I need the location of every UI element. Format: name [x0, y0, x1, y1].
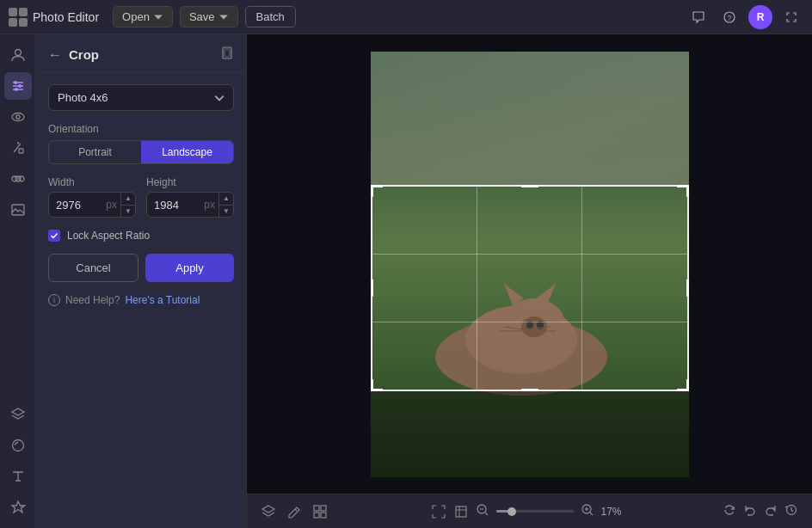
orientation-label: Orientation — [48, 123, 234, 135]
main-content: ← Crop Photo 4x6 Orientation Portrait L — [0, 34, 812, 528]
crop-handle-tl[interactable] — [371, 185, 383, 197]
batch-button[interactable]: Batch — [245, 6, 296, 28]
crop-handle-tr[interactable] — [677, 185, 689, 197]
panel-header: ← Crop — [36, 34, 246, 72]
grid-icon — [312, 504, 328, 519]
redo-icon-button[interactable] — [764, 503, 778, 519]
text-icon — [10, 469, 26, 484]
svg-line-36 — [485, 513, 488, 515]
save-label: Save — [189, 10, 215, 23]
zoom-slider-thumb[interactable] — [508, 507, 516, 516]
bottom-left-tools — [261, 504, 328, 519]
help-text: Need Help? — [65, 294, 120, 306]
crop-handle-br[interactable] — [677, 379, 689, 391]
user-avatar[interactable]: R — [748, 5, 772, 29]
landscape-button[interactable]: Landscape — [141, 141, 233, 163]
sidebar-icon-filter[interactable] — [4, 165, 32, 193]
width-input[interactable] — [49, 193, 106, 217]
canvas-area: 17% — [247, 34, 812, 528]
crop-handle-bottom[interactable] — [521, 389, 538, 391]
image-icon — [10, 202, 26, 218]
layers-bottom-icon[interactable] — [261, 504, 276, 519]
crop-overlay[interactable] — [371, 185, 689, 391]
svg-point-14 — [15, 176, 21, 181]
width-increment[interactable]: ▲ — [121, 193, 135, 205]
user-icon — [10, 47, 26, 63]
fit-icon-button[interactable] — [431, 504, 446, 519]
zoom-out-icon — [476, 503, 489, 517]
help-icon-button[interactable]: ? — [717, 5, 741, 29]
svg-rect-33 — [456, 507, 466, 517]
cancel-button[interactable]: Cancel — [48, 254, 138, 282]
crop-size-icon-button[interactable] — [453, 504, 469, 519]
zoom-slider[interactable] — [496, 510, 574, 513]
zoom-out-button[interactable] — [476, 503, 489, 520]
height-input[interactable] — [147, 193, 204, 217]
sidebar-icon-magic[interactable] — [4, 134, 32, 162]
height-decrement[interactable]: ▼ — [219, 205, 233, 217]
svg-rect-31 — [314, 513, 319, 518]
grid-bottom-icon[interactable] — [312, 504, 328, 519]
sidebar-icon-adjustments[interactable] — [4, 72, 32, 100]
undo-icon-button[interactable] — [743, 503, 757, 519]
crop-handle-bl[interactable] — [371, 379, 383, 391]
crop-handle-right[interactable] — [686, 279, 689, 297]
adjustments-icon — [10, 78, 26, 94]
refresh-icon-button[interactable] — [723, 503, 736, 519]
height-spinners: ▲ ▼ — [218, 193, 233, 217]
open-label: Open — [122, 10, 150, 23]
shapes-icon — [10, 500, 26, 515]
svg-rect-32 — [321, 513, 326, 518]
width-input-wrap: px ▲ ▼ — [48, 192, 136, 218]
layers-icon — [261, 504, 276, 519]
zoom-controls: 17% — [431, 503, 629, 520]
history-icon[interactable] — [220, 46, 234, 63]
zoom-in-button[interactable] — [581, 503, 594, 520]
sidebar-icon-effects[interactable] — [4, 432, 32, 459]
svg-point-2 — [15, 50, 21, 56]
history-icon — [784, 503, 798, 517]
svg-point-9 — [12, 114, 24, 121]
pen-bottom-icon[interactable] — [286, 504, 302, 519]
save-button[interactable]: Save — [180, 6, 238, 28]
chat-icon-button[interactable] — [686, 5, 710, 29]
info-icon: i — [48, 294, 60, 306]
expand-icon-button[interactable] — [779, 5, 803, 29]
svg-text:?: ? — [727, 14, 731, 22]
width-decrement[interactable]: ▼ — [121, 205, 135, 217]
svg-point-6 — [18, 84, 22, 88]
sidebar-icon-text[interactable] — [4, 463, 32, 490]
filter-icon — [10, 171, 26, 187]
chevron-down-icon — [218, 12, 229, 22]
app-title: Photo Editor — [33, 10, 99, 24]
height-increment[interactable]: ▲ — [219, 193, 233, 205]
help-link[interactable]: Here's a Tutorial — [125, 294, 200, 306]
preset-dropdown[interactable]: Photo 4x6 — [48, 84, 234, 111]
check-icon — [50, 231, 58, 240]
height-unit: px — [204, 199, 218, 211]
width-group: Width px ▲ ▼ — [48, 176, 136, 218]
sidebar-icon-layers[interactable] — [4, 401, 32, 428]
sidebar-icon-eye[interactable] — [4, 103, 32, 131]
crop-handle-left[interactable] — [371, 279, 373, 297]
crop-handle-top[interactable] — [521, 185, 538, 187]
photo-top — [371, 52, 689, 185]
apply-button[interactable]: Apply — [145, 254, 234, 282]
history-icon-button[interactable] — [784, 503, 798, 519]
orientation-buttons: Portrait Landscape — [48, 140, 234, 164]
orientation-section: Orientation Portrait Landscape — [48, 123, 234, 164]
sidebar-icon-shapes[interactable] — [4, 494, 32, 521]
back-button[interactable]: ← — [48, 47, 62, 63]
lock-checkbox[interactable] — [48, 230, 60, 242]
portrait-button[interactable]: Portrait — [49, 141, 141, 163]
app-logo: Photo Editor — [9, 8, 99, 27]
open-button[interactable]: Open — [113, 6, 173, 28]
crop-grid — [372, 187, 687, 390]
canvas-viewport[interactable] — [247, 34, 812, 494]
sidebar-icon-image[interactable] — [4, 196, 32, 224]
effects-icon — [10, 438, 26, 453]
sidebar-icon-user[interactable] — [4, 41, 32, 69]
layers-icon — [10, 407, 26, 422]
svg-point-10 — [15, 115, 19, 119]
panel-title: Crop — [69, 47, 213, 62]
